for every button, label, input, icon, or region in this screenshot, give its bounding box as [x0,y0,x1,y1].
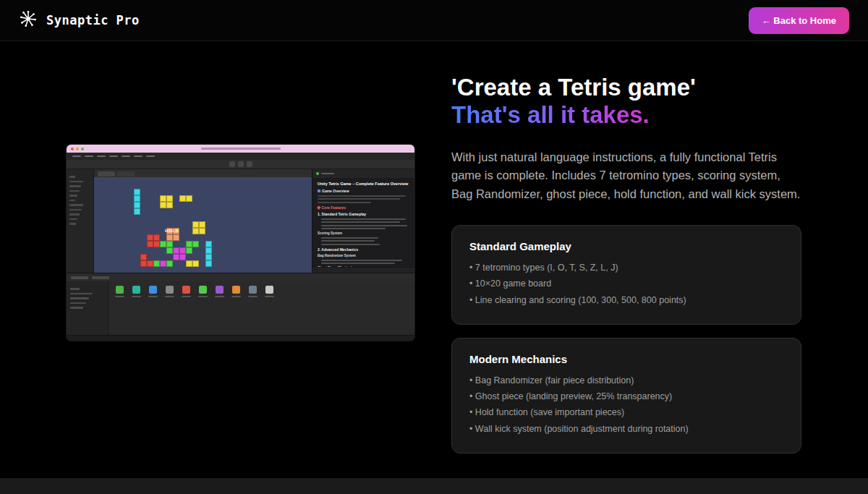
list-item: • Ghost piece (landing preview, 25% tran… [469,390,783,404]
window-maximize-icon [81,148,84,150]
doc-skeleton-line [321,221,400,223]
ui-bar [70,302,86,305]
card-bullets: • 7 tetromino types (I, O, T, S, Z, L, J… [469,261,783,307]
hero-title-line1: 'Create a Tetris game' [451,74,804,101]
tetromino-block [134,195,140,202]
ui-bar [69,223,76,225]
tetromino-block [134,189,140,195]
doc-skeleton-line [321,263,395,264]
hierarchy-panel [67,169,94,273]
tetromino-block [140,254,147,260]
scene-tab [117,171,135,176]
list-item: • 10×20 game board [469,277,783,291]
asset-icon [148,286,158,297]
project-assets-grid [109,281,414,335]
step-button-icon [247,161,252,167]
ui-bar [109,156,118,158]
asset-icon [115,286,124,297]
ui-bar [69,209,82,211]
game-view: HOLD [94,169,312,273]
asset-icon [165,286,174,297]
doc-skeleton-line [321,225,407,226]
console-tab [92,276,109,279]
tetromino-block [192,241,199,247]
ui-bar [72,156,81,158]
tetromino-block [134,208,140,215]
list-item: • Hold function (save important pieces) [469,406,783,420]
doc-skeleton-line [318,202,371,203]
tetromino-block [160,195,166,202]
tetromino-block [147,234,153,241]
game-tab [98,171,115,176]
back-home-button[interactable]: ← Back to Home [749,7,849,34]
doc-panel: Unity Tetris Game – Complete Feature Ove… [312,169,414,273]
ui-bar [69,181,83,183]
ui-bar [69,195,77,197]
tetromino-block [173,234,179,241]
asset-icon [215,286,224,297]
tetromino-block [192,228,199,234]
ui-bar [69,200,75,202]
tetromino-block [192,260,199,267]
tetromino-block [147,241,153,247]
list-item: • Line clearing and scoring (100, 300, 5… [469,294,783,307]
tetromino-block [173,254,179,260]
tetromino-block [192,221,199,228]
doc-skeleton-line [318,198,400,200]
project-folder-tree [67,281,109,335]
tetromino-block [160,260,166,267]
ui-bar [69,204,83,206]
window-menubar [67,153,414,160]
doc-text-line: 1. Standard Tetris Gameplay [318,212,409,216]
doc-skeleton-line [321,237,378,239]
status-dot-icon [316,172,319,175]
window-close-icon [71,148,74,150]
ui-bar [70,307,83,309]
tetromino-block [186,260,192,267]
doc-skeleton-line [321,228,386,229]
ui-bar [69,213,80,216]
tetromino-block [179,254,186,260]
window-minimize-icon [76,148,79,150]
ui-bar [146,156,155,158]
ui-bar [69,190,80,192]
window-titlebar [67,145,414,153]
asset-icon [182,286,191,297]
card-modern-mechanics: Modern Mechanics • Bag Randomizer (fair … [451,338,801,453]
ui-bar [97,156,106,158]
doc-skeleton-line [321,240,375,242]
ui-bar [70,297,89,299]
brand-name: Synaptic Pro [46,13,140,27]
card-title: Standard Gameplay [469,240,783,252]
tetris-board [134,182,213,268]
tetromino-block [186,241,192,247]
asset-icon [231,286,241,297]
tetromino-block [147,260,153,267]
doc-panel-footer [312,267,414,273]
brand-logo-icon [19,9,38,31]
tetromino-block [153,260,160,267]
tetromino-block [134,202,140,208]
asset-icon [265,286,274,297]
list-item: • Wall kick system (position adjustment … [469,422,783,436]
ui-bar [69,185,81,187]
brand: Synaptic Pro [19,9,140,31]
ui-bar [321,173,334,175]
list-item: • Bag Randomizer (fair piece distributio… [469,374,783,388]
tetromino-block [199,221,205,228]
ui-bar [70,288,80,290]
asset-icons-row [115,286,408,297]
tetromino-block [166,234,173,241]
header: Synaptic Pro ← Back to Home [0,0,868,41]
card-bullets: • Bag Randomizer (fair piece distributio… [469,374,783,436]
doc-skeleton-line [318,195,406,197]
hero-title-line2: That's all it takes. [451,101,650,129]
tetromino-block [199,228,205,234]
ui-bar [70,293,93,295]
scene-game-tabs [94,169,312,177]
tetromino-block [166,195,173,202]
unity-editor-screenshot: HOLD Unity Tetris Game – Complete Featur… [67,145,414,341]
list-item: • 7 tetromino types (I, O, T, S, Z, L, J… [469,261,783,275]
hero-description: With just natural language instructions,… [451,148,804,204]
doc-text-line: Scoring System [318,231,409,236]
